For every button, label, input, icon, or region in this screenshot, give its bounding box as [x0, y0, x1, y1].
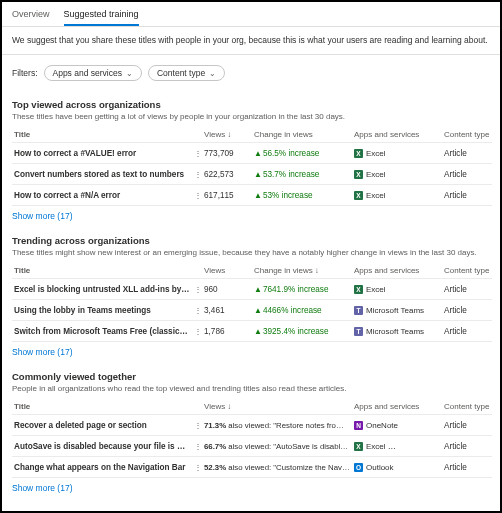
trending-table: Title Views Change in views↓ Apps and se…: [12, 263, 492, 342]
col-title[interactable]: Title: [12, 127, 192, 143]
sort-desc-icon: ↓: [315, 266, 319, 275]
col-type[interactable]: Content type: [442, 399, 492, 415]
row-menu-icon[interactable]: ⋮: [192, 185, 202, 206]
col-change[interactable]: Change in views: [252, 127, 352, 143]
show-more-link[interactable]: Show more (17): [12, 342, 490, 365]
row-title[interactable]: How to correct a #N/A error: [12, 185, 192, 206]
filters-label: Filters:: [12, 68, 38, 78]
section-subtext: These titles might show new interest or …: [12, 248, 490, 257]
row-menu-icon[interactable]: ⋮: [192, 143, 202, 164]
table-row[interactable]: How to correct a #VALUE! error⋮773,709▲5…: [12, 143, 492, 164]
row-menu-icon[interactable]: ⋮: [192, 300, 202, 321]
filter-apps-and-services[interactable]: Apps and services ⌄: [44, 65, 142, 81]
row-menu-icon[interactable]: ⋮: [192, 321, 202, 342]
increase-icon: ▲: [254, 149, 262, 158]
tab-overview[interactable]: Overview: [12, 5, 50, 26]
row-title[interactable]: Recover a deleted page or section: [12, 415, 192, 436]
row-also-viewed: 52.3% also viewed: "Customize the Naviga…: [202, 457, 352, 478]
page-description: We suggest that you share these titles w…: [2, 27, 500, 55]
section-heading: Commonly viewed together: [12, 371, 490, 382]
row-change: ▲7641.9% increase: [252, 279, 352, 300]
row-also-viewed: 71.3% also viewed: "Restore notes from a…: [202, 415, 352, 436]
row-views: 1,786: [202, 321, 252, 342]
section-heading: Trending across organizations: [12, 235, 490, 246]
table-row[interactable]: Change what appears on the Navigation Ba…: [12, 457, 492, 478]
section-top-viewed: Top viewed across organizations These ti…: [2, 99, 500, 229]
top-viewed-table: Title Views↓ Change in views Apps and se…: [12, 127, 492, 206]
table-row[interactable]: Convert numbers stored as text to number…: [12, 164, 492, 185]
row-menu-icon[interactable]: ⋮: [192, 164, 202, 185]
row-apps: OOutlook: [352, 457, 442, 478]
table-row[interactable]: Recover a deleted page or section⋮71.3% …: [12, 415, 492, 436]
table-row[interactable]: Excel is blocking untrusted XLL add-ins …: [12, 279, 492, 300]
app-name: Microsoft Teams: [366, 306, 424, 315]
col-apps[interactable]: Apps and services: [352, 127, 442, 143]
sort-desc-icon: ↓: [227, 402, 231, 411]
row-type: Article: [442, 164, 492, 185]
app-name: Excel: [366, 170, 386, 179]
filter-content-label: Content type: [157, 68, 205, 78]
show-more-link[interactable]: Show more (17): [12, 478, 490, 501]
increase-icon: ▲: [254, 306, 262, 315]
row-title[interactable]: Switch from Microsoft Teams Free (classi…: [12, 321, 192, 342]
section-trending: Trending across organizations These titl…: [2, 235, 500, 365]
col-title[interactable]: Title: [12, 399, 192, 415]
filter-content-type[interactable]: Content type ⌄: [148, 65, 225, 81]
row-apps: XExcel: [352, 279, 442, 300]
sort-desc-icon: ↓: [227, 130, 231, 139]
row-views: 622,573: [202, 164, 252, 185]
col-views[interactable]: Views↓: [202, 127, 252, 143]
row-type: Article: [442, 436, 492, 457]
chevron-down-icon: ⌄: [126, 69, 133, 78]
row-menu-icon[interactable]: ⋮: [192, 436, 202, 457]
row-menu-icon[interactable]: ⋮: [192, 415, 202, 436]
row-title[interactable]: Using the lobby in Teams meetings: [12, 300, 192, 321]
app-name: Excel: [366, 285, 386, 294]
row-change: ▲3925.4% increase: [252, 321, 352, 342]
col-change[interactable]: Change in views↓: [252, 263, 352, 279]
show-more-link[interactable]: Show more (17): [12, 206, 490, 229]
row-title[interactable]: AutoSave is disabled because your file i…: [12, 436, 192, 457]
row-menu-icon[interactable]: ⋮: [192, 279, 202, 300]
excel-icon: X: [354, 149, 363, 158]
col-apps[interactable]: Apps and services: [352, 399, 442, 415]
row-title[interactable]: Change what appears on the Navigation Ba…: [12, 457, 192, 478]
row-title[interactable]: Excel is blocking untrusted XLL add-ins …: [12, 279, 192, 300]
table-row[interactable]: AutoSave is disabled because your file i…: [12, 436, 492, 457]
row-change: ▲4466% increase: [252, 300, 352, 321]
col-views[interactable]: Views↓: [202, 399, 352, 415]
row-title[interactable]: Convert numbers stored as text to number…: [12, 164, 192, 185]
chevron-down-icon: ⌄: [209, 69, 216, 78]
row-apps: TMicrosoft Teams: [352, 321, 442, 342]
row-apps: XExcel: [352, 164, 442, 185]
col-views[interactable]: Views: [202, 263, 252, 279]
increase-icon: ▲: [254, 285, 262, 294]
row-type: Article: [442, 321, 492, 342]
row-title[interactable]: How to correct a #VALUE! error: [12, 143, 192, 164]
excel-icon: X: [354, 285, 363, 294]
table-row[interactable]: How to correct a #N/A error⋮617,115▲53% …: [12, 185, 492, 206]
col-type[interactable]: Content type: [442, 263, 492, 279]
onenote-icon: N: [354, 421, 363, 430]
app-name: Excel: [366, 191, 386, 200]
row-change: ▲53% increase: [252, 185, 352, 206]
row-apps: XExcel: [352, 185, 442, 206]
increase-icon: ▲: [254, 170, 262, 179]
row-type: Article: [442, 415, 492, 436]
tab-suggested-training[interactable]: Suggested training: [64, 5, 139, 26]
table-row[interactable]: Switch from Microsoft Teams Free (classi…: [12, 321, 492, 342]
together-table: Title Views↓ Apps and services Content t…: [12, 399, 492, 478]
outlook-icon: O: [354, 463, 363, 472]
col-apps[interactable]: Apps and services: [352, 263, 442, 279]
row-apps: TMicrosoft Teams: [352, 300, 442, 321]
excel-icon: X: [354, 442, 363, 451]
row-apps: NOneNote: [352, 415, 442, 436]
excel-icon: X: [354, 170, 363, 179]
row-also-viewed: 66.7% also viewed: "AutoSave is disabled…: [202, 436, 352, 457]
col-type[interactable]: Content type: [442, 127, 492, 143]
section-subtext: People in all organizations who read the…: [12, 384, 490, 393]
col-title[interactable]: Title: [12, 263, 192, 279]
row-menu-icon[interactable]: ⋮: [192, 457, 202, 478]
table-row[interactable]: Using the lobby in Teams meetings⋮3,461▲…: [12, 300, 492, 321]
app-name: Excel: [366, 149, 386, 158]
